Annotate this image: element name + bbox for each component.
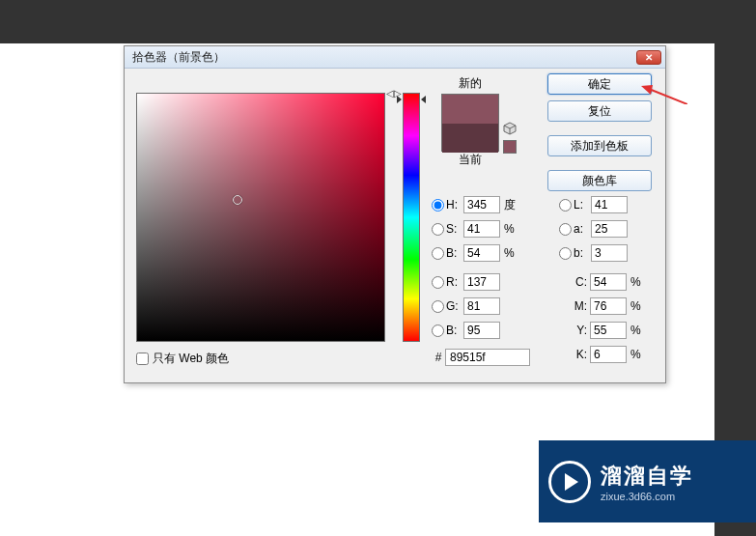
new-color-swatch[interactable] [442,95,498,124]
input-m[interactable] [590,297,627,315]
hex-input[interactable] [445,349,530,366]
input-l[interactable] [591,196,628,213]
input-h[interactable] [463,196,500,213]
dialog-close-button[interactable]: ✕ [636,50,661,65]
dialog-body: ◁▷ 新的 当前 H: 度 S: % [125,69,665,382]
label-b-lab: b: [574,246,591,260]
current-color-swatch[interactable] [442,124,498,153]
brand-play-icon [548,461,591,503]
app-top-bar [0,0,756,43]
gamut-safe-swatch[interactable] [503,140,517,154]
radio-h[interactable] [432,199,444,212]
saturation-value-field[interactable] [136,93,385,342]
hash-icon: # [432,351,445,364]
label-a: a: [574,222,591,236]
brand-url: zixue.3d66.com [601,491,693,502]
input-g[interactable] [463,297,500,315]
hue-row: H: 度 [432,194,519,215]
sv-marker[interactable] [233,195,242,205]
gamut-warning-cube-icon[interactable] [503,122,517,135]
unit-b-hsb: % [504,246,519,260]
sat-row: S: % [432,218,519,240]
a-row: a: [559,218,628,240]
input-r[interactable] [463,273,500,291]
dialog-titlebar[interactable]: 拾色器（前景色） ✕ [125,46,665,69]
unit-k: % [630,348,646,361]
color-preview: 新的 当前 [432,75,509,170]
radio-r[interactable] [432,276,444,289]
l-row: L: [559,194,628,215]
input-b-lab[interactable] [591,244,628,262]
web-only-row[interactable]: 只有 Web 颜色 [136,351,229,367]
input-s[interactable] [463,220,500,238]
label-b-rgb: B: [446,324,463,337]
label-b-hsb: B: [446,246,463,260]
color-libraries-button[interactable]: 颜色库 [547,170,652,191]
k-row: K: % [571,344,646,365]
m-row: M: % [571,296,646,317]
bri-row: B: % [432,242,519,264]
input-b-rgb[interactable] [463,322,500,339]
radio-b-rgb[interactable] [432,324,444,337]
unit-y: % [630,324,646,337]
reset-button[interactable]: 复位 [547,100,652,122]
add-to-swatches-button[interactable]: 添加到色板 [547,135,652,156]
ok-button[interactable]: 确定 [547,73,652,95]
g-row: G: [432,296,500,317]
input-c[interactable] [590,273,627,291]
radio-s[interactable] [432,223,444,236]
web-only-label: 只有 Web 颜色 [153,351,229,367]
radio-g[interactable] [432,300,444,313]
label-s: S: [446,222,463,236]
web-only-checkbox[interactable] [136,353,149,365]
radio-b-lab[interactable] [559,247,572,260]
button-column: 确定 复位 添加到色板 颜色库 [547,73,654,197]
label-y: Y: [571,324,590,337]
hue-marker-left-icon [397,96,402,103]
brand-watermark: 溜溜自学 zixue.3d66.com [539,440,756,522]
label-g: G: [446,299,463,313]
radio-b-hsb[interactable] [432,247,444,260]
b-lab-row: b: [559,242,628,264]
hue-marker-right-icon [421,96,426,103]
unit-s: % [504,222,519,236]
c-row: C: % [571,271,646,293]
r-row: R: [432,271,500,293]
unit-m: % [630,299,646,313]
radio-l[interactable] [559,199,572,212]
color-swatch [441,94,499,152]
label-c: C: [571,275,590,289]
input-y[interactable] [590,322,627,339]
new-label: 新的 [432,75,509,92]
label-k: K: [571,348,590,361]
b-rgb-row: B: [432,320,500,341]
label-m: M: [571,299,590,313]
color-picker-dialog: 拾色器（前景色） ✕ ◁▷ 新的 当前 H: 度 [124,45,666,383]
input-a[interactable] [591,220,628,238]
hue-slider[interactable] [403,93,420,342]
label-l: L: [574,198,591,212]
brand-name: 溜溜自学 [601,462,693,491]
dialog-title: 拾色器（前景色） [132,49,636,66]
unit-h: 度 [504,197,519,213]
input-k[interactable] [590,346,627,363]
label-h: H: [446,198,463,212]
unit-c: % [630,275,646,289]
current-label: 当前 [432,152,509,168]
radio-a[interactable] [559,223,572,236]
hex-row: # [432,349,530,366]
label-r: R: [446,275,463,289]
y-row: Y: % [571,320,646,341]
input-b-hsb[interactable] [463,244,500,262]
